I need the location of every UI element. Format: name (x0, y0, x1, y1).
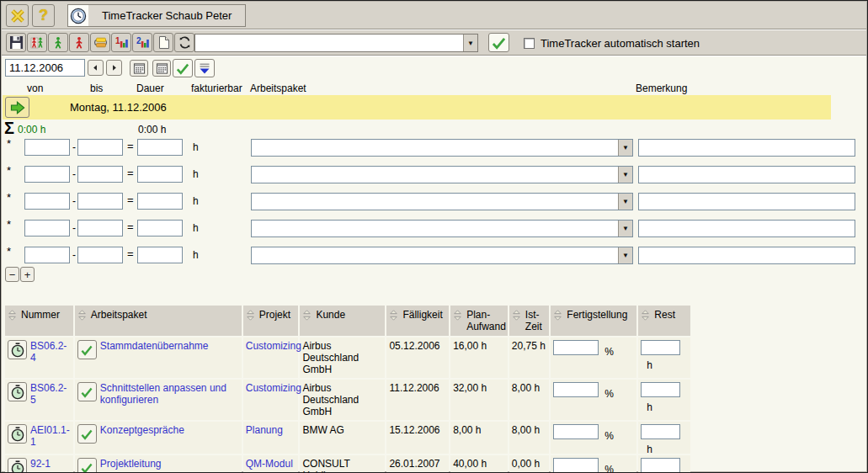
help-button[interactable]: ? (32, 4, 55, 27)
column-label-arbeitspaket: Arbeitspaket (250, 82, 306, 94)
time-from-input[interactable] (24, 247, 70, 263)
column-header[interactable]: Plan-Aufwand (450, 306, 508, 336)
time-from-input[interactable] (24, 139, 70, 156)
time-from-input[interactable] (24, 193, 70, 210)
arbeitspaket-combobox[interactable]: ▼ (251, 220, 633, 237)
fertigstellung-input[interactable] (553, 382, 599, 397)
time-to-input[interactable] (77, 220, 123, 236)
column-header[interactable]: Fertigstellung (551, 306, 636, 336)
date-input[interactable] (5, 59, 85, 77)
report-2-button[interactable]: 2 (132, 33, 152, 52)
arbeitspaket-link[interactable]: Konzeptgespräche (100, 424, 184, 436)
refresh-icon (178, 35, 192, 50)
refresh-button[interactable] (174, 33, 194, 52)
column-header[interactable]: Nummer (5, 306, 73, 336)
chevron-down-icon[interactable]: ▼ (618, 247, 632, 263)
time-from-input[interactable] (24, 166, 70, 183)
duration-input[interactable] (137, 247, 183, 263)
book-time-button[interactable] (77, 458, 97, 473)
chevron-down-icon[interactable]: ▼ (618, 194, 632, 210)
confirm-date-button[interactable] (173, 59, 193, 77)
autostart-checkbox[interactable] (524, 38, 535, 49)
rest-input[interactable] (641, 340, 680, 355)
bemerkung-input[interactable] (638, 220, 855, 237)
projekt-link[interactable]: Customizing (246, 382, 301, 394)
nummer-link[interactable]: 92-1 (30, 458, 51, 470)
time-to-input[interactable] (77, 139, 123, 156)
time-to-input[interactable] (77, 166, 123, 183)
projekt-link[interactable]: QM-Modul (246, 458, 293, 470)
ist-zeit-text: 0,00 h (512, 458, 540, 470)
chevron-down-icon[interactable]: ▼ (618, 221, 632, 236)
column-header[interactable]: Ist-Zeit (509, 306, 549, 336)
chevron-down-icon[interactable]: ▼ (618, 167, 632, 183)
bemerkung-input[interactable] (638, 166, 855, 183)
fertigstellung-input[interactable] (553, 458, 599, 473)
arbeitspaket-link[interactable]: Stammdatenübernahme (100, 340, 209, 352)
duration-input[interactable] (137, 220, 183, 236)
apply-button[interactable] (488, 33, 509, 52)
hours-unit: h (647, 401, 652, 413)
bemerkung-input[interactable] (638, 193, 855, 210)
projekt-link[interactable]: Customizing (246, 340, 301, 352)
rest-input[interactable] (641, 458, 680, 473)
dash-separator: - (72, 141, 76, 153)
fertigstellung-input[interactable] (553, 340, 599, 355)
arbeitspaket-combobox[interactable]: ▼ (251, 193, 633, 210)
calendar-week-button[interactable] (152, 60, 171, 77)
time-to-input[interactable] (77, 193, 123, 210)
arbeitspaket-combobox[interactable]: ▼ (251, 247, 633, 264)
book-time-button[interactable] (77, 382, 97, 401)
stopwatch-button[interactable] (8, 424, 27, 444)
column-header[interactable]: Fälligkeit (386, 306, 449, 336)
close-button[interactable] (6, 4, 29, 27)
previous-day-button[interactable] (88, 60, 104, 76)
sync-tasks-button[interactable] (90, 33, 110, 52)
check-out-button[interactable] (69, 33, 89, 52)
book-time-button[interactable] (77, 340, 97, 359)
remove-row-button[interactable]: − (5, 267, 19, 282)
column-header[interactable]: Projekt (243, 306, 299, 336)
rest-input[interactable] (641, 382, 680, 397)
column-header[interactable]: Rest (638, 306, 690, 336)
percent-unit: % (604, 464, 614, 473)
duration-input[interactable] (137, 193, 183, 210)
calendar-button[interactable] (130, 60, 148, 77)
nummer-link[interactable]: AEI01.1-1 (30, 424, 71, 448)
toolbar-combobox[interactable]: ▼ (194, 34, 478, 52)
add-row-button[interactable]: + (20, 267, 35, 282)
nummer-link[interactable]: BS06.2-5 (30, 382, 71, 406)
bemerkung-input[interactable] (638, 139, 855, 157)
chevron-down-icon[interactable]: ▼ (618, 140, 632, 156)
report-1-button[interactable]: 1 (111, 33, 131, 52)
nummer-link[interactable]: BS06.2-4 (30, 340, 71, 364)
duration-input[interactable] (137, 166, 183, 183)
bemerkung-input[interactable] (638, 247, 855, 264)
projekt-link[interactable]: Planung (246, 424, 283, 436)
new-document-button[interactable] (153, 33, 173, 52)
book-time-button[interactable] (77, 424, 97, 444)
arbeitspaket-link[interactable]: Projektleitung (100, 458, 162, 470)
arbeitspaket-combobox[interactable]: ▼ (251, 139, 633, 157)
column-header[interactable]: Kunde (300, 306, 385, 336)
time-to-input[interactable] (77, 247, 123, 263)
stopwatch-button[interactable] (8, 340, 27, 359)
fertigstellung-input[interactable] (553, 424, 599, 439)
clock-icon (70, 8, 87, 24)
stopwatch-button[interactable] (8, 458, 27, 473)
arbeitspaket-link[interactable]: Schnittstellen anpassen und konfiguriere… (100, 382, 239, 406)
filter-button[interactable] (194, 59, 215, 77)
next-day-button[interactable] (106, 60, 122, 76)
chevron-down-icon[interactable]: ▼ (463, 35, 477, 51)
rest-input[interactable] (641, 424, 680, 439)
column-header[interactable]: Arbeitspaket (75, 306, 242, 336)
row-marker: * (7, 137, 11, 150)
team-in-out-button[interactable] (27, 33, 47, 52)
duration-input[interactable] (137, 139, 183, 156)
go-to-day-button[interactable] (5, 97, 29, 118)
stopwatch-button[interactable] (8, 382, 27, 401)
check-in-button[interactable] (48, 33, 68, 52)
arbeitspaket-combobox[interactable]: ▼ (251, 166, 633, 183)
time-from-input[interactable] (24, 220, 70, 236)
save-button[interactable] (6, 33, 26, 52)
